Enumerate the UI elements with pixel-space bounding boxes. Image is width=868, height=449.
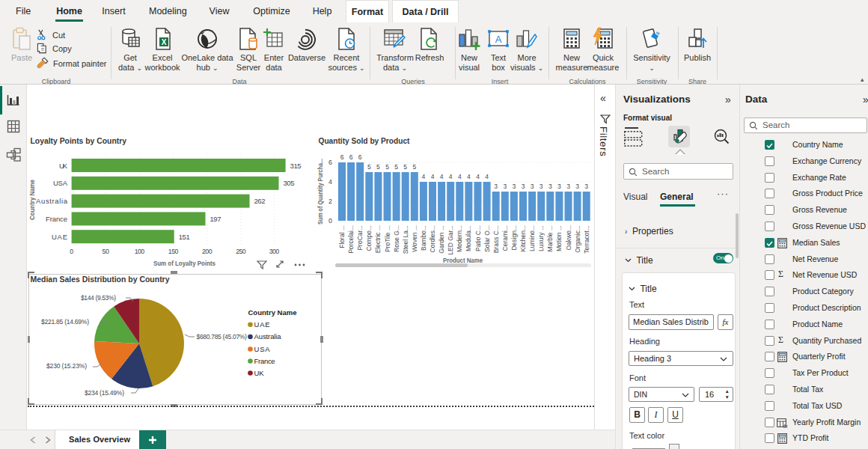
svg-text:5: 5 bbox=[403, 163, 407, 171]
svg-text:0: 0 bbox=[328, 217, 332, 224]
svg-text:262: 262 bbox=[254, 197, 266, 205]
svg-text:0: 0 bbox=[70, 248, 73, 255]
svg-text:151: 151 bbox=[179, 233, 190, 241]
svg-text:Quantity Sold by Product: Quantity Sold by Product bbox=[319, 136, 410, 145]
svg-text:Marble ...: Marble ... bbox=[546, 225, 554, 251]
svg-text:UK: UK bbox=[59, 162, 68, 170]
svg-text:150: 150 bbox=[168, 248, 179, 255]
svg-text:Loyalty Points by Country: Loyalty Points by Country bbox=[31, 136, 127, 145]
svg-text:3: 3 bbox=[513, 183, 516, 190]
svg-text:3: 3 bbox=[522, 183, 525, 190]
svg-text:4: 4 bbox=[431, 173, 435, 180]
svg-text:3: 3 bbox=[531, 183, 534, 190]
svg-text:Bambo...: Bambo... bbox=[420, 225, 427, 251]
svg-text:Compo...: Compo... bbox=[365, 225, 373, 251]
svg-text:3: 3 bbox=[566, 183, 570, 190]
svg-text:A: A bbox=[495, 34, 502, 45]
svg-text:Garden ...: Garden ... bbox=[438, 225, 445, 254]
svg-text:Cordles...: Cordles... bbox=[429, 225, 436, 252]
svg-text:Design...: Design... bbox=[510, 225, 518, 251]
svg-text:4: 4 bbox=[440, 173, 444, 180]
svg-text:5: 5 bbox=[412, 163, 416, 171]
svg-text:Kitchen...: Kitchen... bbox=[519, 225, 527, 251]
svg-text:3: 3 bbox=[575, 183, 579, 190]
svg-text:3: 3 bbox=[584, 183, 588, 190]
svg-text:UAE: UAE bbox=[52, 233, 67, 241]
svg-text:Sum of Quantity Purcha...: Sum of Quantity Purcha... bbox=[317, 159, 324, 224]
svg-text:Country Name: Country Name bbox=[28, 180, 36, 220]
svg-text:Steel La...: Steel La... bbox=[402, 225, 409, 254]
svg-text:50: 50 bbox=[102, 248, 109, 255]
svg-text:3: 3 bbox=[548, 183, 552, 190]
svg-text:Lumino...: Lumino... bbox=[528, 225, 536, 251]
svg-text:Modern...: Modern... bbox=[456, 225, 463, 252]
svg-text:Patio C...: Patio C... bbox=[474, 225, 482, 251]
svg-text:Floral ...: Floral ... bbox=[338, 225, 346, 248]
svg-text:5: 5 bbox=[376, 163, 380, 171]
svg-text:305: 305 bbox=[284, 179, 295, 187]
svg-text:Woven ...: Woven ... bbox=[411, 225, 418, 252]
svg-text:4: 4 bbox=[422, 173, 426, 180]
svg-text:4: 4 bbox=[467, 173, 471, 180]
svg-text:2: 2 bbox=[328, 198, 332, 205]
svg-text:ProCar...: ProCar... bbox=[356, 225, 364, 251]
svg-text:Product Name: Product Name bbox=[443, 257, 483, 264]
svg-text:5: 5 bbox=[385, 163, 389, 171]
svg-text:X: X bbox=[162, 38, 167, 46]
svg-text:6: 6 bbox=[358, 153, 362, 161]
svg-text:100: 100 bbox=[135, 248, 145, 255]
svg-text:Modula...: Modula... bbox=[465, 225, 472, 251]
svg-text:6: 6 bbox=[349, 153, 353, 161]
svg-text:France: France bbox=[46, 215, 67, 223]
svg-text:5: 5 bbox=[394, 163, 398, 171]
svg-text:Terracot...: Terracot... bbox=[583, 225, 590, 254]
svg-text:Solar O...: Solar O... bbox=[483, 225, 491, 252]
svg-text:4: 4 bbox=[449, 173, 453, 180]
svg-text:200: 200 bbox=[202, 248, 213, 255]
svg-text:Rose G...: Rose G... bbox=[393, 225, 400, 252]
svg-text:Motion ...: Motion ... bbox=[555, 225, 563, 251]
svg-text:300: 300 bbox=[269, 248, 280, 255]
svg-text:LED Gar...: LED Gar... bbox=[447, 225, 454, 255]
svg-text:Oakwo...: Oakwo... bbox=[565, 225, 572, 251]
svg-text:3: 3 bbox=[503, 183, 507, 190]
svg-text:6: 6 bbox=[328, 159, 332, 166]
svg-text:Electric ...: Electric ... bbox=[374, 225, 382, 253]
svg-text:Cerami...: Cerami... bbox=[501, 225, 509, 251]
svg-text:Australia: Australia bbox=[36, 197, 68, 205]
svg-text:250: 250 bbox=[236, 248, 246, 255]
svg-text:4: 4 bbox=[485, 173, 489, 180]
svg-text:ProTile ...: ProTile ... bbox=[384, 225, 391, 252]
svg-text:Organic...: Organic... bbox=[574, 225, 581, 253]
svg-text:4: 4 bbox=[476, 173, 480, 180]
svg-text:Porcelai...: Porcelai... bbox=[347, 225, 355, 254]
svg-text:Luxury ...: Luxury ... bbox=[537, 225, 545, 251]
svg-text:5: 5 bbox=[367, 163, 371, 171]
svg-text:fx: fx bbox=[783, 423, 788, 429]
svg-text:197: 197 bbox=[210, 215, 221, 223]
svg-text:3: 3 bbox=[540, 183, 543, 190]
svg-text:Brass C...: Brass C... bbox=[492, 225, 500, 253]
svg-text:4: 4 bbox=[328, 178, 332, 186]
svg-text:3: 3 bbox=[557, 183, 561, 190]
svg-text:4: 4 bbox=[458, 173, 462, 180]
svg-text:USA: USA bbox=[53, 179, 68, 187]
svg-text:3: 3 bbox=[494, 183, 498, 190]
svg-text:315: 315 bbox=[290, 162, 302, 170]
svg-text:Sum of Loyalty Points: Sum of Loyalty Points bbox=[153, 260, 216, 267]
svg-text:6: 6 bbox=[340, 153, 344, 161]
